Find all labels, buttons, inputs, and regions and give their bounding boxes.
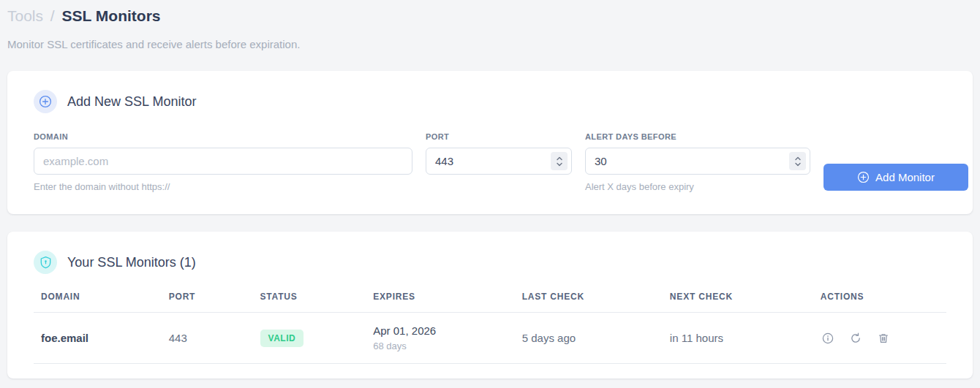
- breadcrumb-separator: /: [43, 7, 62, 24]
- page-subtitle: Monitor SSL certificates and receive ale…: [7, 38, 973, 50]
- domain-helper-text: Enter the domain without https://: [34, 181, 412, 192]
- refresh-icon: [850, 335, 862, 346]
- plus-circle-icon: [857, 171, 870, 183]
- domain-field-group: DOMAIN Enter the domain without https://: [34, 132, 412, 192]
- monitors-card-header: Your SSL Monitors (1): [34, 251, 946, 274]
- monitors-list-card: Your SSL Monitors (1) DOMAIN PORT STATUS…: [7, 232, 973, 379]
- breadcrumb-tools[interactable]: Tools: [7, 7, 43, 24]
- ssl-monitors-page: Tools / SSL Monitors Monitor SSL certifi…: [0, 0, 980, 379]
- info-button[interactable]: [821, 331, 835, 346]
- monitor-domain: foe.email: [34, 313, 162, 364]
- alert-days-label: ALERT DAYS BEFORE: [585, 132, 810, 141]
- col-header-domain: DOMAIN: [34, 292, 162, 313]
- add-monitor-button[interactable]: Add Monitor: [823, 164, 968, 191]
- monitors-table: DOMAIN PORT STATUS EXPIRES LAST CHECK NE…: [34, 292, 946, 364]
- refresh-button[interactable]: [848, 331, 863, 346]
- col-header-last-check: LAST CHECK: [515, 292, 663, 313]
- col-header-next-check: NEXT CHECK: [663, 292, 813, 313]
- page-title: SSL Monitors: [62, 7, 161, 24]
- add-monitor-button-label: Add Monitor: [875, 171, 935, 183]
- col-header-actions: ACTIONS: [813, 292, 946, 313]
- add-monitor-card-title: Add New SSL Monitor: [67, 94, 196, 110]
- col-header-expires: EXPIRES: [366, 292, 514, 313]
- info-icon: [822, 335, 834, 346]
- port-field-group: PORT: [426, 132, 572, 175]
- table-row: foe.email 443 VALID Apr 01, 2026 68 days…: [34, 313, 946, 364]
- shield-icon: [34, 251, 57, 274]
- add-monitor-card-header: Add New SSL Monitor: [34, 90, 946, 113]
- trash-icon: [878, 335, 889, 346]
- alert-days-helper-text: Alert X days before expiry: [585, 181, 810, 192]
- alert-days-field-group: ALERT DAYS BEFORE Alert X days before ex…: [585, 132, 810, 192]
- monitor-port: 443: [162, 313, 253, 364]
- monitors-card-title: Your SSL Monitors (1): [67, 255, 196, 270]
- port-label: PORT: [426, 132, 572, 141]
- alert-days-stepper[interactable]: [789, 152, 806, 170]
- add-monitor-form: DOMAIN Enter the domain without https://…: [34, 132, 946, 192]
- monitor-expires-days: 68 days: [373, 341, 507, 351]
- add-monitor-card: Add New SSL Monitor DOMAIN Enter the dom…: [7, 71, 973, 214]
- domain-label: DOMAIN: [34, 132, 412, 141]
- monitor-next-check: in 11 hours: [663, 313, 813, 364]
- port-stepper[interactable]: [551, 152, 568, 170]
- table-header-row: DOMAIN PORT STATUS EXPIRES LAST CHECK NE…: [34, 292, 946, 313]
- col-header-status: STATUS: [253, 292, 366, 313]
- breadcrumb: Tools / SSL Monitors: [7, 4, 973, 25]
- status-badge: VALID: [260, 330, 304, 347]
- monitor-expires-date: Apr 01, 2026: [373, 324, 507, 337]
- delete-button[interactable]: [876, 331, 891, 346]
- alert-days-input[interactable]: [585, 148, 810, 175]
- monitor-last-check: 5 days ago: [515, 313, 663, 364]
- port-input[interactable]: [426, 148, 572, 175]
- plus-circle-icon: [34, 90, 57, 113]
- domain-input[interactable]: [34, 148, 412, 175]
- col-header-port: PORT: [162, 292, 253, 313]
